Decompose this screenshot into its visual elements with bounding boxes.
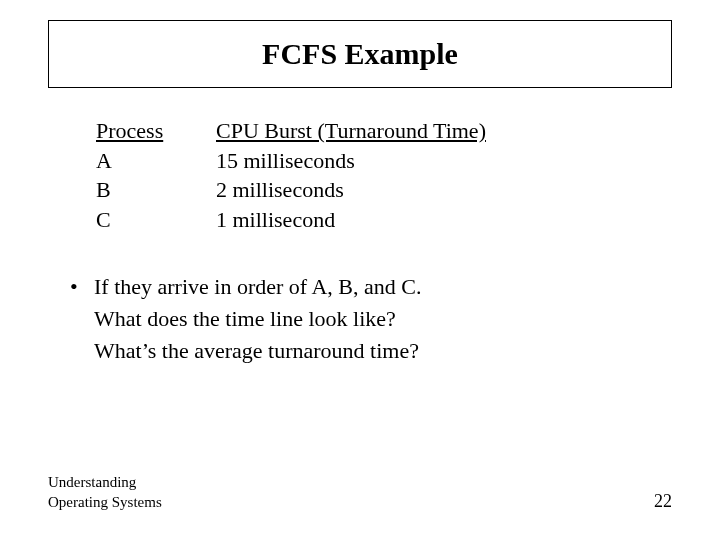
cell-process: C <box>96 205 216 235</box>
table-row: B 2 milliseconds <box>96 175 672 205</box>
cell-burst: 15 milliseconds <box>216 146 672 176</box>
table-header-row: Process CPU Burst (Turnaround Time) <box>96 116 672 146</box>
cell-process: A <box>96 146 216 176</box>
process-table: Process CPU Burst (Turnaround Time) A 15… <box>96 116 672 235</box>
footer-source-line: Operating Systems <box>48 493 162 513</box>
header-process: Process <box>96 116 216 146</box>
bullet-marker: • <box>70 271 94 367</box>
footer-source-line: Understanding <box>48 473 162 493</box>
cell-process: B <box>96 175 216 205</box>
table-row: A 15 milliseconds <box>96 146 672 176</box>
bullet-line: What does the time line look like? <box>94 303 672 335</box>
cell-burst: 1 millisecond <box>216 205 672 235</box>
footer-source: Understanding Operating Systems <box>48 473 162 512</box>
bullet-line: If they arrive in order of A, B, and C. <box>94 271 672 303</box>
cell-burst: 2 milliseconds <box>216 175 672 205</box>
header-burst: CPU Burst (Turnaround Time) <box>216 116 672 146</box>
page-number: 22 <box>654 491 672 512</box>
slide-title-box: FCFS Example <box>48 20 672 88</box>
table-row: C 1 millisecond <box>96 205 672 235</box>
footer: Understanding Operating Systems 22 <box>48 473 672 512</box>
slide-title: FCFS Example <box>262 37 458 71</box>
bullet-row: • If they arrive in order of A, B, and C… <box>70 271 672 367</box>
bullet-line: What’s the average turnaround time? <box>94 335 672 367</box>
bullet-block: • If they arrive in order of A, B, and C… <box>70 271 672 367</box>
bullet-body: If they arrive in order of A, B, and C. … <box>94 271 672 367</box>
